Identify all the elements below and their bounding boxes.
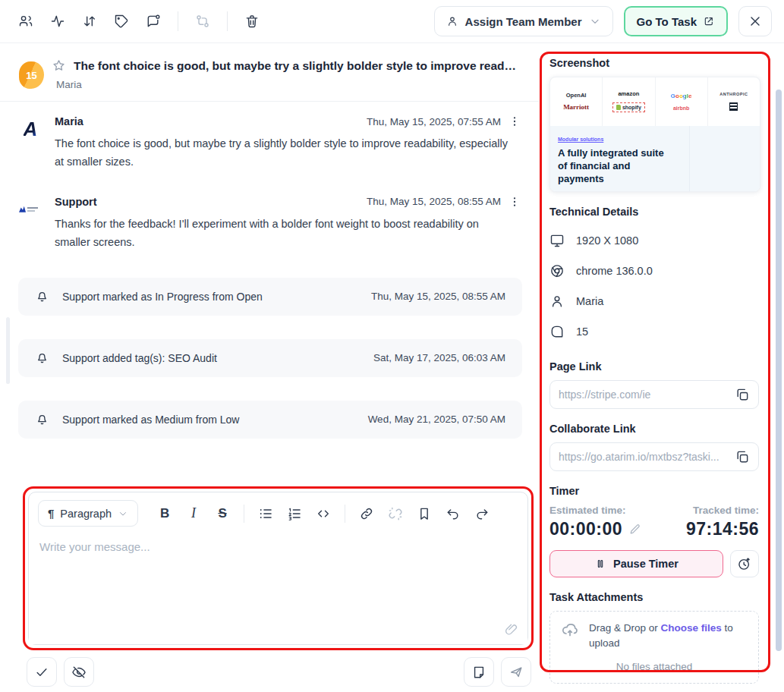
avatar [18, 197, 43, 222]
comment-timestamp: Thu, May 15, 2025, 08:55 AM [367, 196, 501, 207]
editor-attach-button[interactable] [504, 622, 518, 637]
italic-button[interactable]: I [181, 501, 206, 527]
comment-body: Thanks for the feedback! I'll experiment… [55, 215, 510, 252]
bell-icon [35, 351, 49, 365]
choose-files-link[interactable]: Choose files [661, 622, 722, 634]
resolve-button[interactable] [27, 657, 57, 687]
tag-shape-icon [549, 324, 565, 339]
comment-menu-button[interactable] [508, 196, 521, 208]
technical-details-section: Technical Details 1920 X 1080 chrome 136… [549, 206, 759, 347]
browser-value: chrome 136.0.0 [576, 265, 653, 277]
bullet-list-button[interactable] [253, 501, 279, 527]
collaborators-button[interactable] [12, 8, 39, 35]
page-link-input[interactable] [559, 388, 729, 401]
star-icon [52, 58, 66, 73]
time-log-button[interactable] [730, 550, 759, 577]
external-link-icon [703, 15, 715, 27]
redo-button[interactable] [469, 501, 495, 527]
hero-eyebrow: Modular solutions [558, 137, 760, 142]
remove-link-button[interactable] [383, 501, 408, 527]
delete-task-button[interactable] [238, 8, 266, 35]
monitor-icon [549, 233, 565, 248]
close-panel-button[interactable] [738, 6, 772, 36]
task-number-badge: 15 [19, 61, 44, 89]
add-note-button[interactable] [464, 657, 494, 687]
comment-status-button[interactable] [140, 8, 167, 35]
favorite-task-button[interactable] [52, 58, 66, 73]
pause-timer-button[interactable]: Pause Timer [549, 550, 723, 577]
priority-sort-button[interactable] [76, 8, 103, 35]
activity-timestamp: Wed, May 21, 2025, 07:50 AM [368, 414, 505, 425]
dropzone-text: Drag & Drop or Choose files to upload [589, 621, 748, 652]
editor-toolbar: ¶ Paragraph B I S [29, 492, 527, 531]
paperclip-icon [504, 622, 518, 637]
comments-scrollbar[interactable] [6, 317, 10, 384]
comment-author: Support [55, 196, 97, 208]
pencil-icon [628, 523, 641, 536]
internal-note-visibility-button[interactable] [64, 657, 94, 687]
collaborate-link-input[interactable] [559, 451, 729, 463]
comment-item: A Maria Thu, May 15, 2025, 07:55 AM The … [0, 102, 539, 171]
copy-collaborate-link-button[interactable] [729, 449, 750, 464]
check-icon [34, 665, 49, 680]
task-number-row: 15 [549, 316, 759, 347]
flag-comment-icon [146, 14, 161, 29]
code-button[interactable] [310, 501, 336, 527]
screenshot-thumbnail[interactable]: OpenAI Marriott amazon shopify Google ai… [549, 77, 760, 192]
activity-timestamp: Sat, May 17, 2025, 06:03 AM [373, 352, 505, 363]
no-files-text: No files attached [561, 661, 748, 672]
ordered-list-button[interactable] [282, 501, 307, 527]
task-header: 15 The font choice is good, but maybe tr… [0, 43, 539, 102]
cloud-upload-icon [561, 621, 579, 639]
task-author: Maria [56, 79, 521, 90]
activity-timestamp: Thu, May 15, 2025, 08:55 AM [371, 291, 505, 302]
estimated-time-label: Estimated time: [549, 505, 641, 516]
page-link-heading: Page Link [549, 360, 759, 373]
send-message-button[interactable] [501, 657, 531, 687]
comment-menu-button[interactable] [508, 115, 521, 127]
maria-avatar-logo: A [24, 118, 38, 141]
code-icon [316, 506, 331, 521]
resolution-value: 1920 X 1080 [576, 234, 638, 247]
task-info-sidebar: Screenshot OpenAI Marriott amazon shopif… [540, 43, 770, 692]
activity-button[interactable] [44, 8, 71, 35]
go-to-task-button[interactable]: Go To Task [624, 6, 728, 36]
chrome-icon [549, 263, 565, 278]
copy-page-link-button[interactable] [729, 387, 750, 402]
task-number-value: 15 [576, 326, 588, 338]
pilcrow-icon: ¶ [48, 507, 54, 520]
merge-tasks-button[interactable] [189, 8, 216, 35]
comment-author: Maria [55, 115, 83, 127]
undo-button[interactable] [440, 501, 466, 527]
activity-text: Support added tag(s): SEO Audit [62, 352, 217, 364]
edit-estimated-time-button[interactable] [628, 523, 641, 536]
tags-button[interactable] [108, 8, 135, 35]
activity-item: Support marked as Medium from Low Wed, M… [18, 401, 522, 439]
pause-icon [594, 558, 606, 570]
message-input[interactable] [29, 531, 527, 644]
sort-arrows-icon [82, 14, 97, 29]
bookmark-button[interactable] [411, 501, 437, 527]
person-icon [446, 15, 458, 27]
insert-link-button[interactable] [354, 501, 379, 527]
activity-text: Support marked as Medium from Low [62, 414, 239, 426]
activity-text: Support marked as In Progress from Open [62, 291, 263, 303]
openai-logo: OpenAI [566, 93, 587, 99]
tracked-time-value: 97:14:56 [686, 519, 759, 539]
bullet-list-icon [258, 506, 273, 521]
assign-team-member-dropdown[interactable]: Assign Team Member [434, 6, 613, 36]
collaborate-link-field [549, 442, 759, 471]
bottom-actions [27, 657, 531, 687]
bold-button[interactable]: B [152, 501, 178, 527]
close-icon [748, 14, 763, 29]
note-icon [471, 665, 486, 680]
amazon-logo: amazon [618, 91, 639, 97]
page-scrollbar[interactable] [776, 90, 782, 651]
block-type-dropdown[interactable]: ¶ Paragraph [38, 500, 138, 527]
bell-icon [35, 412, 49, 426]
ordered-list-icon [287, 506, 302, 521]
send-icon [508, 665, 524, 680]
file-dropzone[interactable]: Drag & Drop or Choose files to upload No… [549, 611, 759, 684]
strikethrough-button[interactable]: S [209, 501, 235, 527]
activity-item: Support marked as In Progress from Open … [18, 278, 522, 316]
